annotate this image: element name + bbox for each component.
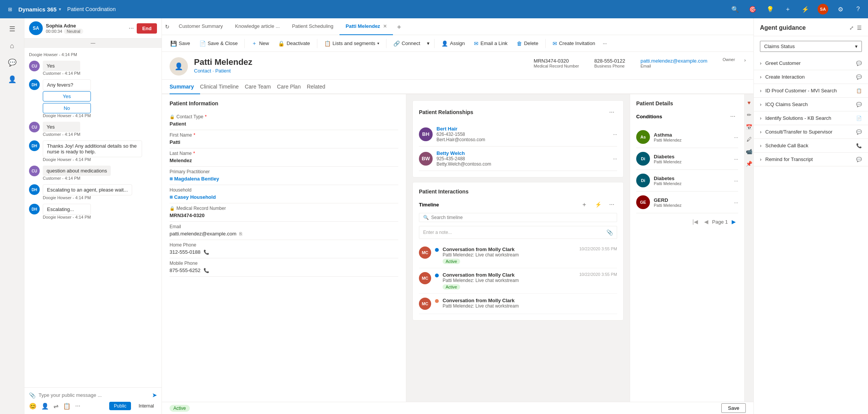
person-icon[interactable]: 👤 (5, 72, 20, 87)
asthma-avatar: As (636, 130, 650, 144)
more-toolbar-button[interactable]: ··· (600, 39, 609, 48)
email-link-button[interactable]: ✉ Email a Link (470, 39, 511, 48)
ag-step-icq[interactable]: › ICQ Claims Search 💬 (754, 98, 868, 111)
diabetes2-more-icon[interactable]: ··· (734, 178, 738, 184)
grid-icon[interactable]: ⊞ (5, 4, 15, 14)
household-value[interactable]: ⊞ Casey Household (170, 193, 398, 201)
nav-related[interactable]: Related (307, 80, 331, 94)
email-copy-icon[interactable]: ⎘ (239, 231, 242, 237)
chat-input[interactable] (39, 392, 149, 398)
ag-menu-icon[interactable]: ☰ (857, 25, 862, 31)
ag-step-greet[interactable]: › Greet Customer 💬 (754, 56, 868, 70)
betty-name[interactable]: Betty Welch (436, 150, 609, 156)
menu-icon[interactable]: ☰ (5, 21, 20, 37)
filter-icon[interactable]: ⚡ (800, 4, 811, 14)
footer-save-button[interactable]: Save (721, 403, 746, 413)
add-tab-button[interactable]: ＋ (393, 21, 405, 33)
tab-patient-scheduling[interactable]: Patient Scheduling (286, 18, 339, 35)
connect-button[interactable]: 🔗 Connect (390, 39, 424, 48)
chat-options-icon[interactable]: ··· (129, 25, 134, 32)
nav-summary[interactable]: Summary (170, 80, 200, 94)
heart-action-icon[interactable]: ♥ (745, 97, 754, 108)
edit-action-icon[interactable]: ✏ (745, 110, 754, 120)
ellipsis-icon[interactable]: ··· (75, 403, 80, 409)
home-phone-icon[interactable]: 📞 (204, 250, 209, 255)
new-button[interactable]: ＋ New (248, 38, 273, 49)
delete-button[interactable]: 🗑 Delete (513, 39, 542, 48)
assign-button[interactable]: 👤 Assign (438, 39, 469, 48)
add-timeline-button[interactable]: ＋ (579, 199, 590, 210)
diabetes2-info: Diabetes Patti Melendez (654, 176, 730, 186)
record-subtitle[interactable]: Contact · Patient (194, 68, 252, 74)
save-button[interactable]: 💾 Save (166, 39, 194, 48)
public-button[interactable]: Public (109, 402, 131, 410)
tab-knowledge-article[interactable]: Knowledge article ... (229, 18, 286, 35)
home-icon[interactable]: ⌂ (5, 38, 20, 53)
end-call-button[interactable]: End (137, 23, 157, 34)
user-avatar[interactable]: SA (818, 4, 828, 14)
chat-icon[interactable]: 💬 (5, 55, 20, 70)
claims-status-select[interactable]: Claims Status ▾ (760, 41, 862, 52)
tab-patti-melendez[interactable]: Patti Melendez ✕ (339, 18, 393, 35)
nav-care-plan[interactable]: Care Plan (277, 80, 307, 94)
plus-icon[interactable]: ＋ (782, 4, 793, 14)
ag-step-identify[interactable]: › Identify Solutions - KB Search 📄 (754, 111, 868, 125)
ag-step-schedule[interactable]: › Schedule Call Back 📞 (754, 139, 868, 153)
create-invitation-button[interactable]: ✉ Create Invitation (549, 39, 599, 48)
pin-action-icon[interactable]: 📌 (745, 158, 754, 169)
gerd-more-icon[interactable]: ··· (734, 200, 738, 205)
pen-action-icon[interactable]: 🖊 (745, 134, 754, 145)
attach-icon[interactable]: 📎 (29, 392, 36, 398)
ag-step-id-proof[interactable]: › ID Proof Customer - MVI Search 📋 (754, 84, 868, 98)
filter-timeline-button[interactable]: ⚡ (593, 199, 603, 210)
calendar-action-icon[interactable]: 📅 (745, 122, 754, 132)
expand-icon[interactable]: › (744, 57, 746, 63)
refresh-icon[interactable]: ↻ (165, 24, 170, 30)
next-page-button[interactable]: ▶ (729, 218, 738, 226)
bert-more-icon[interactable]: ··· (613, 131, 617, 137)
tab-close-icon[interactable]: ✕ (383, 24, 387, 29)
ag-step-consult[interactable]: › Consult/Transfer to Supervisor 💬 (754, 125, 868, 139)
internal-button[interactable]: Internal (136, 402, 157, 410)
lightbulb-icon[interactable]: 💡 (765, 4, 776, 14)
nav-clinical-timeline[interactable]: Clinical Timeline (200, 80, 245, 94)
save-close-button[interactable]: 📄 Save & Close (196, 39, 242, 48)
emoji-icon[interactable]: 😊 (29, 403, 37, 410)
lists-segments-button[interactable]: 📋 Lists and segments ▾ (320, 39, 383, 48)
person-chat-icon[interactable]: 👤 (41, 403, 49, 410)
no-option[interactable]: No (43, 103, 91, 113)
settings-icon[interactable]: ⚙ (835, 4, 846, 14)
diabetes1-more-icon[interactable]: ··· (734, 156, 738, 162)
search-timeline-input[interactable] (431, 215, 613, 220)
bert-name[interactable]: Bert Hair (436, 126, 609, 132)
deactivate-button[interactable]: 🔒 Deactivate (274, 39, 314, 48)
primary-practitioner-value[interactable]: ⊞ Magdalena Bentley (170, 175, 398, 182)
chat-collapse-bar[interactable]: — (24, 39, 162, 48)
connect-more-button[interactable]: ▾ (425, 39, 431, 48)
conditions-more-button[interactable]: ··· (727, 111, 738, 122)
search-nav-icon[interactable]: 🔍 (730, 4, 740, 14)
note-placeholder[interactable]: Enter a note... (423, 230, 603, 235)
phone-action-icon[interactable]: 📹 (745, 146, 754, 157)
prev-page-button[interactable]: ◀ (702, 218, 711, 226)
relationships-more-button[interactable]: ··· (606, 107, 617, 118)
yes-option[interactable]: Yes (43, 91, 91, 101)
ag-step-remind[interactable]: › Remind for Transcript 💬 (754, 153, 868, 166)
timeline-more-button[interactable]: ··· (606, 199, 617, 210)
agent-avatar: SA (29, 21, 43, 35)
mobile-phone-icon[interactable]: 📞 (204, 268, 209, 273)
help-icon[interactable]: ? (853, 4, 863, 14)
target-icon[interactable]: 🎯 (747, 4, 758, 14)
ag-expand-icon[interactable]: ⤢ (849, 25, 854, 31)
split-icon[interactable]: ⇌ (53, 403, 58, 410)
timeline-search[interactable]: 🔍 (419, 213, 617, 222)
send-icon[interactable]: ➤ (152, 391, 157, 399)
nav-care-team[interactable]: Care Team (245, 80, 277, 94)
attach-note-icon[interactable]: 📎 (606, 229, 613, 235)
tab-customer-summary[interactable]: Customer Summary (173, 18, 229, 35)
ag-step-create-interaction[interactable]: › Create Interaction 💬 (754, 70, 868, 84)
asthma-more-icon[interactable]: ··· (734, 134, 738, 140)
first-page-button[interactable]: |◀ (690, 218, 700, 226)
betty-more-icon[interactable]: ··· (613, 156, 617, 161)
note-icon[interactable]: 📋 (63, 403, 71, 410)
